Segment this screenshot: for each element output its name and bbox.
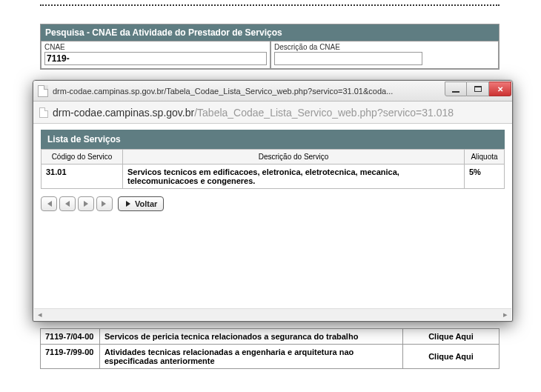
cnae-desc: Servicos de pericia tecnica relacionados… <box>100 329 403 345</box>
last-page-button[interactable] <box>96 196 113 211</box>
next-page-button[interactable] <box>78 196 94 211</box>
click-here-link[interactable]: Clique Aqui <box>403 329 499 345</box>
address-bar[interactable]: drm-codae.campinas.sp.gov.br/Tabela_Coda… <box>33 102 512 124</box>
cnae-desc: Atividades tecnicas relacionadas a engen… <box>100 345 403 369</box>
back-label: Voltar <box>135 199 157 208</box>
popup-body: Lista de Serviços Código do Servico Desc… <box>33 124 512 308</box>
background-results-table: 7119-7/04-00 Servicos de pericia tecnica… <box>40 328 499 369</box>
page-icon <box>38 85 48 97</box>
table-header-row: Código do Servico Descrição do Serviço A… <box>42 150 505 165</box>
separator-dots <box>40 4 499 10</box>
list-title: Lista de Serviços <box>41 130 505 149</box>
prev-page-button[interactable] <box>59 196 76 211</box>
back-button[interactable]: Voltar <box>118 196 164 211</box>
page-icon <box>39 107 48 118</box>
address-host: drm-codae.campinas.sp.gov.br <box>53 107 194 119</box>
scroll-left-icon[interactable]: ◂ <box>34 309 46 321</box>
table-row: 7119-7/04-00 Servicos de pericia tecnica… <box>41 329 499 345</box>
search-panel: Pesquisa - CNAE da Atividade do Prestado… <box>40 24 499 70</box>
click-here-link[interactable]: Clique Aqui <box>403 345 499 369</box>
scroll-right-icon[interactable]: ▸ <box>499 309 511 321</box>
maximize-button[interactable] <box>467 82 489 96</box>
desc-input[interactable] <box>274 52 422 65</box>
close-button[interactable]: ✕ <box>489 82 511 96</box>
first-page-button[interactable] <box>41 196 57 211</box>
address-text: drm-codae.campinas.sp.gov.br/Tabela_Coda… <box>53 107 454 119</box>
search-title: Pesquisa - CNAE da Atividade do Prestado… <box>41 24 499 41</box>
window-titlebar[interactable]: drm-codae.campinas.sp.gov.br/Tabela_Coda… <box>33 81 512 102</box>
service-code: 31.01 <box>42 165 123 189</box>
cnae-code: 7119-7/99-00 <box>41 345 100 369</box>
desc-field-cell: Descrição da CNAE <box>270 41 499 69</box>
cnae-input[interactable] <box>44 52 267 65</box>
play-icon <box>125 200 132 207</box>
col-desc-header: Descrição do Serviço <box>123 150 465 165</box>
minimize-button[interactable] <box>445 82 467 96</box>
desc-label: Descrição da CNAE <box>274 43 495 51</box>
table-row: 31.01 Servicos tecnicos em edificacoes, … <box>42 165 505 189</box>
horizontal-scrollbar[interactable]: ◂ ▸ <box>34 308 511 320</box>
col-aliq-header: Aliquota <box>465 150 505 165</box>
cnae-field-cell: CNAE <box>41 41 270 69</box>
popup-window: drm-codae.campinas.sp.gov.br/Tabela_Coda… <box>33 80 513 322</box>
services-table: Código do Servico Descrição do Serviço A… <box>41 149 505 189</box>
address-path: /Tabela_Codae_Lista_Servico_web.php?serv… <box>194 107 454 119</box>
col-code-header: Código do Servico <box>42 150 123 165</box>
service-desc: Servicos tecnicos em edificacoes, eletro… <box>123 165 465 189</box>
pagination-row: Voltar <box>41 196 505 211</box>
window-title: drm-codae.campinas.sp.gov.br/Tabela_Coda… <box>53 87 445 96</box>
table-row: 7119-7/99-00 Atividades tecnicas relacio… <box>41 345 499 369</box>
cnae-code: 7119-7/04-00 <box>41 329 100 345</box>
scroll-track[interactable] <box>46 309 499 321</box>
cnae-label: CNAE <box>44 43 267 51</box>
service-aliq: 5% <box>465 165 505 189</box>
